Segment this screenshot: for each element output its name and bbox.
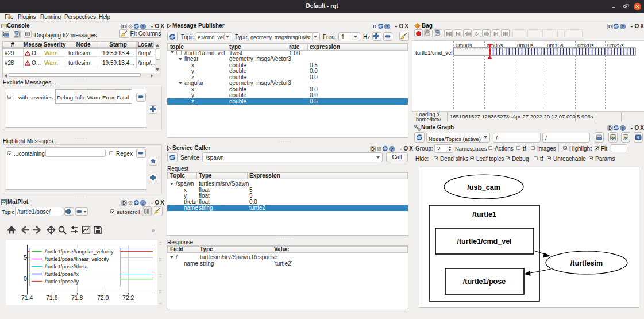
svg-text:71.4: 71.4 (21, 294, 33, 301)
svg-text:0: 0 (24, 275, 27, 282)
svg-text:?: ? (142, 200, 145, 205)
svg-text:/turtle1/pose//linear_velocity: /turtle1/pose//linear_velocity (45, 256, 109, 262)
svg-text:/turtle1/cmd_vel: /turtle1/cmd_vel (457, 237, 511, 245)
svg-text:0m25s: 0m25s (607, 42, 624, 48)
svg-text:/turtle1/pose//theta: /turtle1/pose//theta (45, 264, 88, 270)
svg-text:/turtle1/pose//y: /turtle1/pose//y (45, 279, 79, 285)
svg-text:71.6: 71.6 (46, 294, 58, 301)
svg-text:0m15s: 0m15s (547, 42, 564, 48)
svg-text:/turtle1/pose//x: /turtle1/pose//x (45, 271, 79, 277)
svg-text:/turtle1/pose: /turtle1/pose (463, 278, 506, 286)
svg-text:/turtle1: /turtle1 (472, 210, 496, 218)
svg-text:0m00s: 0m00s (456, 42, 472, 48)
svg-text:72.2: 72.2 (122, 294, 134, 301)
svg-text:/turtle1/pose//angular_velocit: /turtle1/pose//angular_velocity (45, 249, 114, 255)
svg-text:?: ? (386, 24, 389, 29)
svg-text:?: ? (142, 24, 145, 29)
svg-text:5: 5 (24, 254, 27, 261)
svg-text:?: ? (622, 125, 624, 130)
svg-text:0m10s: 0m10s (517, 42, 534, 48)
svg-text:?: ? (391, 146, 394, 151)
svg-text:71.8: 71.8 (71, 294, 83, 301)
svg-text:turtle1/cmd_vel: turtle1/cmd_vel (415, 49, 452, 56)
svg-text:72.0: 72.0 (97, 294, 109, 301)
svg-text:0m20s: 0m20s (577, 42, 594, 48)
svg-text:/usb_cam: /usb_cam (467, 183, 500, 191)
svg-text:/turtlesim: /turtlesim (570, 259, 603, 267)
svg-text:?: ? (622, 24, 624, 29)
